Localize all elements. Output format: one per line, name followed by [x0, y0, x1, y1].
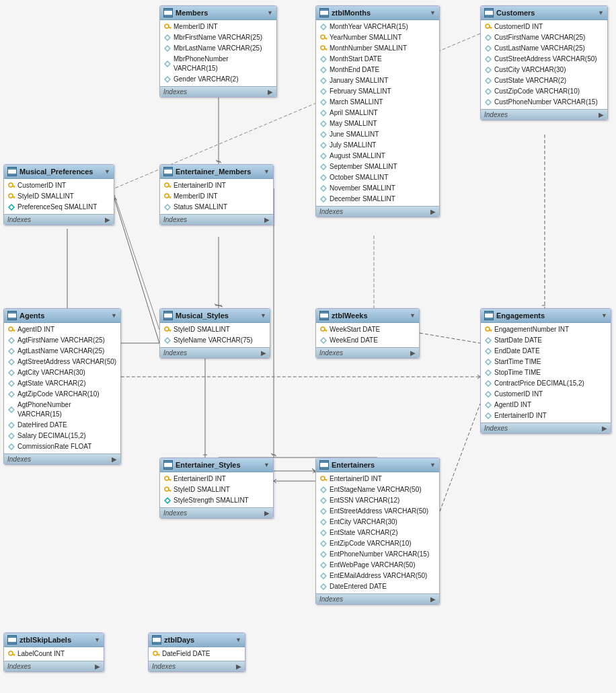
table-header-musical-styles[interactable]: Musical_Styles▼	[160, 309, 270, 323]
table-footer[interactable]: Indexes▶	[160, 507, 273, 518]
diamond-icon	[484, 34, 492, 42]
table-entertainer-styles[interactable]: Entertainer_Styles▼EntertainerID INTStyl…	[159, 458, 274, 519]
table-footer[interactable]: Indexes▶	[316, 206, 439, 217]
field-text: StopTime TIME	[494, 368, 541, 377]
table-footer[interactable]: Indexes▶	[4, 661, 104, 671]
dropdown-arrow-icon[interactable]: ▼	[410, 312, 416, 319]
table-row: WeekEnd DATE	[316, 335, 419, 346]
svg-marker-68	[486, 67, 491, 73]
footer-arrow-icon[interactable]: ▶	[264, 509, 270, 517]
footer-arrow-icon[interactable]: ▶	[599, 111, 604, 118]
table-fields: LabelCount INT	[4, 647, 104, 661]
table-footer[interactable]: Indexes▶	[316, 347, 419, 358]
table-agents[interactable]: Agents▼AgentID INTAgtFirstName VARCHAR(2…	[3, 308, 121, 465]
table-footer[interactable]: Indexes▶	[481, 109, 607, 120]
field-text: MemberID INT	[174, 192, 218, 201]
dropdown-arrow-icon[interactable]: ▼	[430, 462, 436, 468]
table-header-entertainers[interactable]: Entertainers▼	[316, 458, 439, 472]
table-entertainer-members[interactable]: Entertainer_Members▼EntertainerID INTMem…	[159, 164, 274, 225]
table-footer[interactable]: Indexes▶	[316, 593, 439, 604]
field-text: EntertainerID INT	[174, 474, 226, 484]
table-header-entertainer-styles[interactable]: Entertainer_Styles▼	[160, 458, 273, 472]
table-header-ztbldays[interactable]: ztblDays▼	[149, 633, 245, 647]
table-header-engagements[interactable]: Engagements▼	[481, 309, 611, 323]
table-row: CustLastName VARCHAR(25)	[481, 43, 607, 54]
dropdown-arrow-icon[interactable]: ▼	[264, 462, 270, 468]
table-header-ztblmonths[interactable]: ztblMonths▼	[316, 6, 439, 20]
svg-marker-115	[486, 392, 491, 397]
svg-point-121	[165, 487, 169, 491]
field-text: StyleStrength SMALLINT	[174, 496, 249, 505]
footer-arrow-icon[interactable]: ▶	[236, 663, 241, 670]
table-footer[interactable]: Indexes▶	[160, 214, 273, 225]
footer-arrow-icon[interactable]: ▶	[430, 208, 436, 215]
table-engagements[interactable]: Engagements▼EngagementNumber INTStartDat…	[480, 308, 611, 434]
footer-arrow-icon[interactable]: ▶	[112, 455, 117, 463]
table-header-entertainer-members[interactable]: Entertainer_Members▼	[160, 165, 273, 179]
dropdown-arrow-icon[interactable]: ▼	[264, 168, 270, 175]
dropdown-arrow-icon[interactable]: ▼	[598, 9, 604, 16]
table-header-musical-preferences[interactable]: Musical_Preferences▼	[4, 165, 114, 179]
footer-arrow-icon[interactable]: ▶	[95, 663, 100, 670]
table-musical-styles[interactable]: Musical_Styles▼StyleID SMALLINTStyleName…	[159, 308, 270, 359]
field-text: StyleID SMALLINT	[174, 325, 230, 334]
footer-arrow-icon[interactable]: ▶	[430, 595, 436, 603]
table-footer[interactable]: Indexes▶	[160, 347, 270, 358]
footer-arrow-icon[interactable]: ▶	[268, 88, 273, 96]
dropdown-arrow-icon[interactable]: ▼	[601, 312, 607, 319]
table-row: September SMALLINT	[316, 161, 439, 172]
svg-line-10	[215, 304, 223, 307]
table-fields: EntertainerID INTEntStageName VARCHAR(50…	[316, 472, 439, 593]
key-icon	[7, 326, 15, 334]
table-header-members[interactable]: Members▼	[160, 6, 276, 20]
table-ztblweeks[interactable]: ztblWeeks▼WeekStart DATEWeekEnd DATEInde…	[315, 308, 420, 359]
dropdown-arrow-icon[interactable]: ▼	[260, 312, 266, 319]
table-footer[interactable]: Indexes▶	[481, 423, 611, 433]
table-footer[interactable]: Indexes▶	[4, 453, 120, 464]
footer-arrow-icon[interactable]: ▶	[105, 216, 110, 223]
dropdown-arrow-icon[interactable]: ▼	[267, 9, 273, 16]
table-row: EndDate DATE	[481, 346, 611, 357]
svg-rect-108	[489, 330, 492, 331]
svg-rect-100	[168, 330, 171, 331]
key-icon	[163, 182, 171, 190]
table-members[interactable]: Members▼MemberID INTMbrFirstName VARCHAR…	[159, 5, 277, 98]
diamond-icon	[163, 203, 171, 211]
field-text: EntertainerID INT	[330, 474, 382, 484]
footer-arrow-icon[interactable]: ▶	[261, 349, 266, 357]
dropdown-arrow-icon[interactable]: ▼	[430, 9, 436, 16]
table-entertainers[interactable]: Entertainers▼EntertainerID INTEntStageNa…	[315, 458, 440, 605]
table-ztblmonths[interactable]: ztblMonths▼MonthYear VARCHAR(15)YearNumb…	[315, 5, 440, 217]
table-row: March SMALLINT	[316, 97, 439, 108]
table-header-ztblskiplabels[interactable]: ztblSkipLabels▼	[4, 633, 104, 647]
dropdown-arrow-icon[interactable]: ▼	[111, 312, 117, 319]
footer-arrow-icon[interactable]: ▶	[602, 425, 607, 432]
table-row: StyleID SMALLINT	[160, 484, 273, 495]
table-header-ztblweeks[interactable]: ztblWeeks▼	[316, 309, 419, 323]
table-header-customers[interactable]: Customers▼	[481, 6, 607, 20]
field-text: StartDate DATE	[494, 336, 542, 345]
table-footer[interactable]: Indexes▶	[160, 86, 276, 97]
table-header-agents[interactable]: Agents▼	[4, 309, 120, 323]
table-ztblskiplabels[interactable]: ztblSkipLabels▼LabelCount INTIndexes▶	[3, 632, 104, 672]
table-customers[interactable]: Customers▼CustomerID INTCustFirstName VA…	[480, 5, 608, 120]
field-text: March SMALLINT	[330, 98, 383, 107]
footer-arrow-icon[interactable]: ▶	[264, 216, 270, 223]
svg-marker-136	[321, 573, 326, 579]
table-title: Customers	[496, 9, 595, 17]
footer-arrow-icon[interactable]: ▶	[410, 349, 416, 357]
svg-rect-119	[168, 479, 171, 480]
table-musical-preferences[interactable]: Musical_Preferences▼CustomerID INTStyleI…	[3, 164, 114, 225]
table-ztbldays[interactable]: ztblDays▼DateField DATEIndexes▶	[148, 632, 245, 672]
table-row: Gender VARCHAR(2)	[160, 74, 276, 85]
svg-rect-43	[324, 38, 327, 39]
table-icon	[163, 460, 173, 470]
table-footer[interactable]: Indexes▶	[149, 661, 245, 671]
dropdown-arrow-icon[interactable]: ▼	[235, 636, 241, 643]
svg-point-107	[486, 327, 490, 331]
table-footer[interactable]: Indexes▶	[4, 214, 114, 225]
svg-rect-139	[12, 654, 15, 655]
table-row: EntCity VARCHAR(30)	[316, 517, 439, 527]
dropdown-arrow-icon[interactable]: ▼	[94, 636, 100, 643]
dropdown-arrow-icon[interactable]: ▼	[104, 168, 110, 175]
